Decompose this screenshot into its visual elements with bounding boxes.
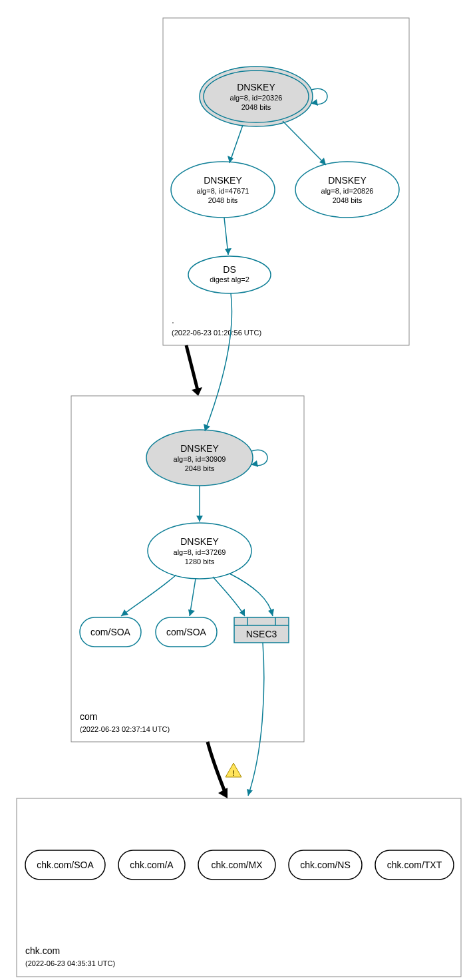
chk-mx-title: chk.com/MX (211, 860, 263, 870)
chk-a-title: chk.com/A (130, 860, 174, 870)
com-zsk-l1: alg=8, id=37269 (174, 548, 226, 556)
root-dnskey3-title: DNSKEY (328, 175, 367, 186)
com-zsk-l2: 1280 bits (185, 558, 215, 566)
edge-comzsk-nsec3a (213, 577, 245, 616)
zone-com-date: (2022-06-23 02:37:14 UTC) (80, 725, 170, 733)
root-dnskey3-l1: alg=8, id=20826 (321, 187, 374, 195)
com-soa2-title: com/SOA (166, 627, 207, 637)
com-ksk-title: DNSKEY (180, 443, 219, 454)
edge-ksk-dk3 (283, 121, 326, 165)
root-ds-l1: digest alg=2 (210, 275, 249, 283)
edge-comzsk-nsec3b-arrow (268, 609, 274, 616)
com-nsec3-title: NSEC3 (246, 629, 277, 639)
zone-root-label: . (172, 315, 174, 325)
edge-comzsk-soa1 (121, 575, 176, 616)
chk-ns-title: chk.com/NS (300, 860, 350, 870)
chk-txt-title: chk.com/TXT (387, 860, 442, 870)
zone-root-date: (2022-06-23 01:20:56 UTC) (172, 329, 261, 337)
zone-chk-box (17, 798, 461, 977)
edge-nsec3-chk-arrow (247, 789, 253, 796)
com-ksk-l2: 2048 bits (185, 464, 215, 472)
edge-com-chk-black (208, 742, 226, 795)
edge-nsec3-chk (248, 643, 264, 796)
root-zsk-l2: 2048 bits (208, 196, 238, 204)
warning-bang: ! (232, 769, 235, 777)
root-ksk-title: DNSKEY (237, 82, 275, 92)
com-nsec3: NSEC3 (234, 617, 289, 643)
dnssec-diagram: . (2022-06-23 01:20:56 UTC) DNSKEY alg=8… (7, 7, 465, 980)
root-zsk-l1: alg=8, id=47671 (197, 187, 249, 195)
com-ksk-l1: alg=8, id=30909 (174, 455, 226, 463)
com-soa1-title: com/SOA (90, 627, 131, 637)
zone-chk-date: (2022-06-23 04:35:31 UTC) (25, 959, 115, 967)
root-ds (188, 256, 271, 293)
root-zsk-title: DNSKEY (204, 175, 242, 186)
zone-com-label: com (80, 711, 97, 722)
edge-comzsk-soa1-arrow (121, 609, 128, 616)
edge-zsk-ds-arrow (225, 248, 232, 255)
chk-soa-title: chk.com/SOA (37, 860, 94, 870)
root-ksk-l1: alg=8, id=20326 (230, 94, 283, 102)
edge-comksk-comzsk-arrow (196, 516, 203, 522)
edge-ds-comksk (205, 293, 232, 431)
edge-comzsk-nsec3b (230, 573, 273, 616)
edge-ksk-zsk (230, 125, 243, 163)
root-ksk-l2: 2048 bits (241, 103, 271, 111)
com-zsk-title: DNSKEY (180, 536, 219, 547)
zone-chk-label: chk.com (25, 945, 60, 956)
edge-root-com-black (186, 345, 198, 393)
root-ds-title: DS (223, 264, 235, 275)
root-dnskey3-l2: 2048 bits (333, 196, 363, 204)
